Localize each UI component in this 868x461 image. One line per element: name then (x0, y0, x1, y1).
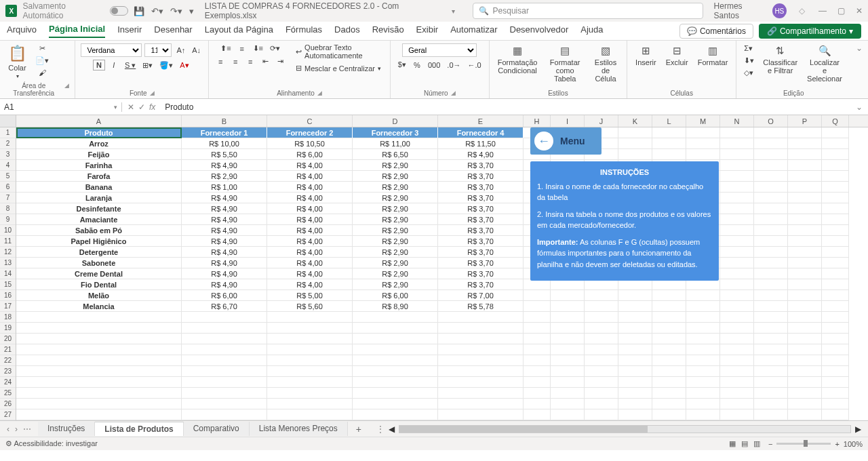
cell[interactable] (524, 344, 551, 355)
cell[interactable] (754, 334, 788, 344)
row-header[interactable]: 2 (0, 138, 16, 149)
add-sheet-button[interactable]: + (348, 424, 370, 435)
cell[interactable] (788, 236, 822, 247)
cell[interactable] (182, 388, 267, 399)
cell[interactable] (438, 399, 524, 409)
underline-button[interactable]: S ▾ (123, 60, 138, 71)
cell[interactable]: R$ 4,90 (182, 160, 267, 171)
cell[interactable]: R$ 2,90 (353, 247, 438, 258)
cell[interactable] (353, 312, 438, 323)
align-middle-icon[interactable]: ≡ (236, 44, 248, 54)
sort-filter-button[interactable]: ⇅Classificar e Filtrar (760, 43, 800, 76)
fx-icon[interactable]: fx (149, 102, 155, 112)
cell[interactable] (618, 290, 652, 301)
cell[interactable] (788, 127, 822, 138)
cell[interactable] (652, 388, 686, 399)
cell[interactable]: R$ 4,00 (267, 279, 353, 290)
col-header-D[interactable]: D (353, 115, 438, 127)
tab-formulas[interactable]: Fórmulas (285, 24, 322, 37)
cell[interactable] (822, 247, 849, 258)
cell[interactable]: Farinha (16, 160, 182, 171)
cell[interactable]: Sabão em Pó (16, 225, 182, 236)
cell[interactable] (754, 236, 788, 247)
cell[interactable] (788, 182, 822, 193)
cell[interactable]: Arroz (16, 138, 182, 149)
cell[interactable] (551, 366, 585, 377)
cell[interactable] (524, 323, 551, 334)
page-break-view-icon[interactable]: ▥ (753, 439, 760, 448)
cell[interactable]: R$ 2,90 (353, 268, 438, 279)
cell[interactable] (16, 355, 182, 366)
cell[interactable] (652, 334, 686, 344)
format-as-table-button[interactable]: ▤Formatar como Tabela (544, 43, 586, 84)
cell[interactable] (822, 399, 849, 409)
cell[interactable]: R$ 3,70 (438, 258, 524, 268)
cell[interactable] (16, 377, 182, 388)
sheet-tab-menores[interactable]: Lista Menores Preços (250, 422, 348, 436)
horizontal-scrollbar[interactable] (399, 425, 851, 433)
cell[interactable] (822, 279, 849, 290)
zoom-out-icon[interactable]: − (768, 440, 772, 448)
cell[interactable] (720, 279, 754, 290)
cell[interactable] (16, 323, 182, 334)
dialog-launcher-icon[interactable]: ◢ (317, 89, 322, 97)
dialog-launcher-icon[interactable]: ◢ (64, 82, 69, 97)
cell[interactable] (822, 409, 849, 420)
cell[interactable] (551, 323, 585, 334)
name-box[interactable]: A1▾ (0, 102, 122, 112)
cell[interactable] (551, 290, 585, 301)
cell[interactable] (353, 409, 438, 420)
cell[interactable] (686, 409, 720, 420)
cell[interactable]: R$ 2,90 (353, 193, 438, 203)
cell[interactable] (585, 366, 618, 377)
cell[interactable] (551, 312, 585, 323)
cell[interactable] (585, 377, 618, 388)
cell[interactable] (267, 312, 353, 323)
cell[interactable]: R$ 7,00 (438, 290, 524, 301)
wrap-text-button[interactable]: ↩Quebrar Texto Automaticamente (296, 43, 384, 60)
cell[interactable] (686, 301, 720, 312)
cell[interactable]: R$ 5,78 (438, 301, 524, 312)
cell[interactable] (618, 301, 652, 312)
cell[interactable] (585, 323, 618, 334)
qat-dropdown-icon[interactable]: ▾ (189, 6, 194, 16)
cell[interactable] (754, 355, 788, 366)
cell[interactable] (754, 182, 788, 193)
scroll-left-icon[interactable]: ◀ (389, 424, 395, 434)
cell[interactable]: R$ 6,00 (182, 290, 267, 301)
cell[interactable] (754, 290, 788, 301)
cell[interactable] (822, 323, 849, 334)
cell[interactable] (720, 160, 754, 171)
cell[interactable]: R$ 11,00 (353, 138, 438, 149)
zoom-level[interactable]: 100% (844, 440, 863, 448)
cell[interactable] (353, 366, 438, 377)
cell[interactable] (754, 301, 788, 312)
cell[interactable]: R$ 4,00 (267, 225, 353, 236)
tab-dados[interactable]: Dados (334, 24, 360, 37)
cell[interactable] (551, 377, 585, 388)
cell[interactable]: Farofa (16, 171, 182, 182)
cell[interactable] (182, 377, 267, 388)
cell[interactable] (822, 312, 849, 323)
cell[interactable] (754, 127, 788, 138)
cell[interactable]: R$ 5,60 (267, 301, 353, 312)
cell[interactable] (686, 366, 720, 377)
cell[interactable] (754, 203, 788, 214)
cell[interactable] (585, 409, 618, 420)
zoom-slider[interactable] (776, 443, 831, 445)
cell[interactable] (585, 301, 618, 312)
cell[interactable]: R$ 4,00 (267, 268, 353, 279)
cell[interactable] (585, 399, 618, 409)
page-layout-view-icon[interactable]: ▤ (741, 439, 748, 448)
close-icon[interactable]: ✕ (856, 6, 863, 16)
tab-desenhar[interactable]: Desenhar (154, 24, 192, 37)
cell[interactable] (754, 344, 788, 355)
row-header[interactable]: 15 (0, 279, 16, 290)
delete-cells-button[interactable]: ⊟Excluir (663, 43, 691, 68)
cell[interactable]: R$ 4,00 (267, 193, 353, 203)
cell[interactable]: Amaciante (16, 214, 182, 225)
cell[interactable] (788, 344, 822, 355)
row-header[interactable]: 13 (0, 258, 16, 268)
cell[interactable] (788, 258, 822, 268)
col-header-K[interactable]: K (618, 115, 652, 127)
